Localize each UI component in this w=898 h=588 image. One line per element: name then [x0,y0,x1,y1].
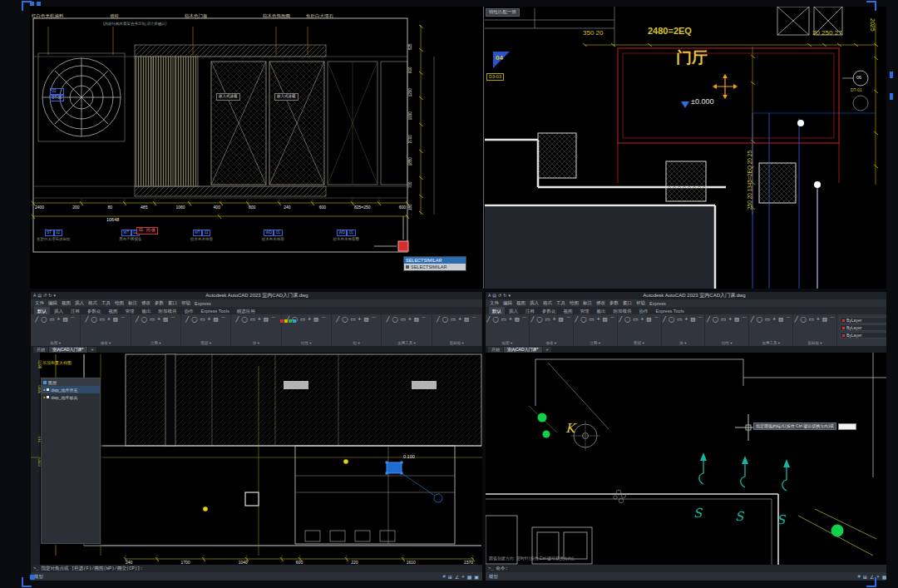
hatch-icon[interactable]: ▨ [313,316,318,322]
line-icon[interactable]: ╱ [437,316,440,322]
hatch-icon[interactable]: ▨ [213,316,218,322]
ribbon-tab[interactable]: 精选应用 [234,307,259,314]
plus-icon[interactable]: + [597,316,600,322]
menu-item[interactable]: 文件 [490,300,499,306]
file-tab[interactable]: 室内CAD入门课* [504,347,542,353]
ribbon-panel[interactable]: ╱ ◯ ▭ + ▨ ⌒ 实用工具 ▾ [382,314,432,346]
ribbon-panel[interactable]: ╱ ◯ ▭ + ▨ ⌒ 块 ▾ [662,314,706,346]
ribbon-panel[interactable]: ╱ ◯ ▭ + ▨ ⌒ 修改 ▾ [81,314,131,346]
status-toggle-icon[interactable]: ∠ [455,574,459,580]
rectangle-icon[interactable]: ▭ [765,316,770,322]
ribbon-panel[interactable]: ╱ ◯ ▭ + ▨ ⌒ 注释 ▾ [574,314,618,346]
status-toggle-icon[interactable]: ⌖ [876,574,879,580]
arc-icon[interactable]: ⌒ [121,316,126,322]
ribbon-panel[interactable]: ╱ ◯ ▭ + ▨ ⌒ 注释 ▾ [131,314,181,346]
arc-icon[interactable]: ⌒ [71,316,76,322]
file-tab[interactable]: 开始 [33,347,48,353]
plus-icon[interactable]: + [509,316,512,322]
circle-icon[interactable]: ◯ [624,316,630,322]
ribbon-tab[interactable]: 管理 [122,307,138,314]
file-tab[interactable]: + [543,347,552,353]
rectangle-icon[interactable]: ▭ [350,316,355,322]
circle-icon[interactable]: ◯ [241,316,247,322]
menu-item[interactable]: 窗口 [623,300,632,306]
circle-icon[interactable]: ◯ [141,316,147,322]
ribbon-tab[interactable]: 默认 [489,307,505,314]
plus-icon[interactable]: + [107,316,111,322]
layers-palette[interactable]: 图层 ● dwp_地坪填充 ● dwp_地坪标高 [41,378,101,544]
quick-access-icon[interactable]: ▤ [37,294,42,298]
menu-item[interactable]: 参数 [609,300,619,306]
drawing-area[interactable]: K S S S 指定圆弧的端点(按住 Ctrl 键以切换方向)或 圆弧创建方向:… [486,353,897,565]
line-icon[interactable]: ╱ [185,316,189,322]
line-icon[interactable]: ╱ [619,316,622,322]
plus-icon[interactable]: + [772,316,776,322]
ribbon-panel[interactable]: ╱ ◯ ▭ + ▨ ⌒ 实用工具 ▾ [749,314,793,346]
rectangle-icon[interactable]: ▭ [150,316,155,322]
hatch-icon[interactable]: ▨ [464,316,469,322]
line-icon[interactable]: ╱ [387,316,390,322]
menu-item-selectsimilar[interactable]: SELECTSIMILAR [404,257,466,264]
menu-item-selectsimilar[interactable]: SELECTSIMILAR [404,264,466,270]
menu-item[interactable]: 绘图 [115,300,124,306]
drawing-area[interactable]: 吊顶布置大样图 9870 2660 210 1200 2401700104060… [31,353,482,565]
quick-access-icon[interactable]: ↺ [43,294,47,298]
circle-icon[interactable]: ◯ [392,316,397,322]
arc-icon[interactable]: ⌒ [422,316,427,322]
menu-item[interactable]: 编辑 [503,300,512,306]
status-toggle-icon[interactable]: # [443,574,446,580]
quick-access-icon[interactable]: A [33,294,36,298]
ribbon-panel[interactable]: ╱ ◯ ▭ + ▨ ⌒ 图层 ▾ [618,314,662,346]
viewport-plan-drawing[interactable]: 350 20 2480=2EQ 20 250 27 2025 门厅 ±0.000… [485,7,886,289]
layer-color-chip[interactable] [47,396,49,398]
titlebar[interactable]: A▤↺↻▾ Autodesk AutoCAD 2023 室内CAD入门课.dwg [486,292,897,299]
menu-item[interactable]: 插入 [530,300,539,306]
line-icon[interactable]: ╱ [530,316,534,322]
layer-visibility-icon[interactable]: ● [43,388,45,392]
hatch-icon[interactable]: ▨ [113,316,118,322]
rectangle-icon[interactable]: ▭ [49,316,54,322]
hatch-icon[interactable]: ▨ [363,316,368,322]
arc-icon[interactable]: ⌒ [321,316,327,322]
rectangle-icon[interactable]: ▭ [633,316,638,322]
ribbon-tab[interactable]: 插入 [506,307,521,314]
circle-icon[interactable]: ◯ [801,316,807,322]
ribbon-tab[interactable]: 协作 [636,307,652,314]
plus-icon[interactable]: + [684,316,688,322]
file-tab[interactable]: 开始 [488,347,503,353]
viewport-elevation-drawing[interactable]: 红白色无机涂料 墙砖 棕木色门板 棕木色饰面圈 鱼肚白大理石 (内嵌结构木骨架合… [30,7,483,289]
circle-icon[interactable]: ◯ [91,316,97,322]
arc-icon[interactable]: ⌒ [742,316,748,322]
arc-icon[interactable]: ⌒ [830,316,836,322]
ribbon-panel[interactable]: ╱ ◯ ▭ + ▨ ⌒ 绘图 ▾ [486,314,530,346]
hatch-icon[interactable]: ▨ [602,316,607,322]
quick-access-icon[interactable]: ▾ [508,294,511,298]
arc-icon[interactable]: ⌒ [271,316,277,322]
hatch-icon[interactable]: ▨ [264,316,269,322]
ribbon-tab[interactable]: 输出 [594,307,609,314]
menu-item[interactable]: 标注 [583,300,592,306]
command-line-bar[interactable]: >_ 指定对角点或 [栏选(F)/圈围(WP)/圈交(CP)]: [31,565,482,572]
circle-icon[interactable]: ◯ [442,316,448,322]
ribbon-tab[interactable]: 默认 [34,307,50,314]
menu-item[interactable]: 插入 [75,300,84,306]
menu-item[interactable]: 格式 [543,300,552,306]
layer-list-item[interactable]: ● dwp_地坪填充 [42,386,100,393]
line-icon[interactable]: ╱ [707,316,710,322]
hatch-icon[interactable]: ▨ [515,316,520,322]
arc-icon[interactable]: ⌒ [566,316,572,322]
line-icon[interactable]: ╱ [575,316,578,322]
rectangle-icon[interactable]: ▭ [589,316,594,322]
rectangle-icon[interactable]: ▭ [451,316,456,322]
menu-item[interactable]: Express [649,301,666,306]
circle-icon[interactable]: ◯ [191,316,197,322]
hatch-icon[interactable]: ▨ [822,316,827,322]
ribbon-tab[interactable]: 注释 [67,307,83,314]
rectangle-icon[interactable]: ▭ [809,316,814,322]
menu-item[interactable]: 视图 [62,300,71,306]
status-toggle-icon[interactable]: # [858,574,861,580]
hatch-icon[interactable]: ▨ [690,316,695,322]
hatch-icon[interactable]: ▨ [559,316,564,322]
ribbon-panel[interactable]: ╱ ◯ ▭ + ▨ ⌒ 绘图 ▾ [31,314,81,346]
circle-icon[interactable]: ◯ [713,316,718,322]
